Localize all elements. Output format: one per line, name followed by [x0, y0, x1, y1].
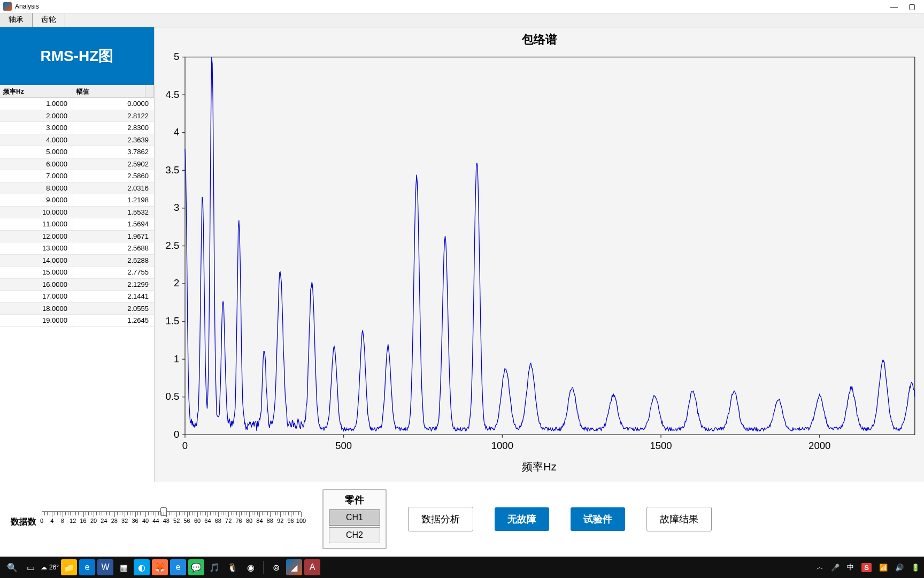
tray-chevron-icon[interactable]: ︿ [817, 562, 823, 572]
wifi-icon[interactable]: 📶 [879, 564, 888, 572]
no-fault-button[interactable]: 无故障 [495, 507, 549, 531]
bottom-controls: 数据数 048121620242832364044485256606468727… [0, 482, 924, 557]
slider-track[interactable]: 0481216202428323640444852566064687276808… [42, 511, 301, 525]
analyze-button[interactable]: 数据分析 [408, 507, 473, 531]
svg-text:2.5: 2.5 [166, 240, 180, 251]
table-row[interactable]: 16.00002.1299 [0, 279, 154, 291]
edge-icon[interactable]: e [79, 559, 95, 575]
app-icon-1[interactable]: ▦ [116, 559, 132, 575]
table-body[interactable]: 1.00000.00002.00002.81223.00002.83004.00… [0, 98, 154, 482]
app-icon-3[interactable]: e [170, 559, 186, 575]
table-row[interactable]: 15.00002.7755 [0, 267, 154, 279]
fault-result-button[interactable]: 故障结果 [646, 507, 712, 531]
slider-label: 数据数 [11, 516, 36, 528]
svg-text:5: 5 [174, 51, 179, 62]
matlab-icon [3, 2, 12, 11]
table-row[interactable]: 17.00002.1441 [0, 291, 154, 303]
tab-gear[interactable]: 齿轮 [33, 13, 65, 27]
svg-text:4.5: 4.5 [166, 88, 180, 100]
word-icon[interactable]: W [97, 559, 113, 575]
table-row[interactable]: 11.00001.5694 [0, 218, 154, 231]
maximize-button[interactable]: ▢ [908, 2, 915, 11]
col-header-amp: 幅值 [73, 85, 145, 97]
table-row[interactable]: 3.00002.8300 [0, 122, 154, 134]
part-box-title: 零件 [329, 493, 380, 506]
table-header: 频率Hz 幅值 [0, 85, 154, 98]
matlab-taskbar-icon[interactable]: ◢ [286, 559, 302, 575]
svg-text:1: 1 [174, 353, 179, 364]
steam-icon[interactable]: ◉ [243, 559, 259, 575]
svg-text:0.5: 0.5 [166, 391, 180, 402]
table-row[interactable]: 5.00003.7862 [0, 146, 154, 158]
svg-text:4: 4 [174, 126, 179, 138]
rms-header: RMS-HZ图 [0, 27, 154, 85]
spectrum-plot: 00.511.522.533.544.550500100015002000 [157, 50, 922, 457]
app-icon-4[interactable]: 🎵 [206, 559, 222, 575]
svg-text:2000: 2000 [808, 440, 830, 451]
taskbar: 🔍 ▭ ☁ 26° 📁 e W ▦ ◐ 🦊 e 💬 🎵 🐧 ◉ ⊚ ◢ A ︿ … [0, 557, 924, 578]
table-row[interactable]: 18.00002.0555 [0, 303, 154, 315]
left-panel: RMS-HZ图 频率Hz 幅值 1.00000.00002.00002.8122… [0, 27, 155, 482]
test-piece-button[interactable]: 试验件 [571, 507, 625, 531]
table-row[interactable]: 14.00002.5288 [0, 255, 154, 267]
x-axis-label: 频率Hz [157, 457, 922, 480]
app-icon-2[interactable]: ◐ [134, 559, 150, 575]
table-row[interactable]: 6.00002.5902 [0, 158, 154, 171]
part-box: 零件 CH1 CH2 [322, 489, 387, 549]
svg-text:1.5: 1.5 [166, 315, 180, 326]
table-row[interactable]: 9.00001.2198 [0, 194, 154, 207]
table-row[interactable]: 2.00002.8122 [0, 110, 154, 123]
part-option-ch2[interactable]: CH2 [329, 527, 380, 543]
svg-text:500: 500 [335, 440, 352, 451]
ime-icon[interactable]: 中 [847, 562, 854, 572]
svg-text:3.5: 3.5 [166, 164, 180, 176]
window-title: Analysis [15, 3, 39, 10]
table-row[interactable]: 12.00001.9671 [0, 231, 154, 243]
col-header-freq: 频率Hz [0, 85, 73, 97]
explorer-icon[interactable]: 📁 [61, 559, 77, 575]
qq-icon[interactable]: 🐧 [225, 559, 241, 575]
tab-strip: 轴承 齿轮 [0, 13, 924, 27]
window-titlebar: Analysis — ▢ [0, 0, 924, 13]
svg-rect-0 [185, 57, 915, 435]
svg-text:0: 0 [174, 429, 179, 440]
chart-area: 包络谱 00.511.522.533.544.55050010001500200… [155, 27, 924, 482]
main-area: RMS-HZ图 频率Hz 幅值 1.00000.00002.00002.8122… [0, 27, 924, 482]
weather-widget[interactable]: ☁ 26° [41, 564, 59, 571]
chart-title: 包络谱 [157, 32, 922, 48]
wechat-icon[interactable]: 💬 [188, 559, 204, 575]
mic-icon[interactable]: 🎤 [831, 564, 840, 572]
svg-text:1000: 1000 [491, 440, 513, 451]
svg-text:3: 3 [174, 202, 179, 213]
task-view-icon[interactable]: ▭ [22, 559, 38, 575]
svg-text:0: 0 [182, 440, 188, 451]
sogou-icon[interactable]: S [861, 563, 872, 572]
part-option-ch1[interactable]: CH1 [329, 509, 380, 526]
start-icon[interactable]: 🔍 [4, 559, 20, 575]
firefox-icon[interactable]: 🦊 [152, 559, 168, 575]
minimize-button[interactable]: — [890, 2, 898, 11]
obs-icon[interactable]: ⊚ [268, 559, 284, 575]
volume-icon[interactable]: 🔊 [895, 564, 904, 572]
access-icon[interactable]: A [304, 559, 320, 575]
slider-block: 数据数 048121620242832364044485256606468727… [11, 511, 301, 528]
battery-icon[interactable]: 🔋 [911, 564, 920, 572]
table-row[interactable]: 13.00002.5688 [0, 242, 154, 255]
tab-bearing[interactable]: 轴承 [0, 13, 33, 27]
svg-text:2: 2 [174, 277, 179, 288]
table-row[interactable]: 1.00000.0000 [0, 98, 154, 110]
table-row[interactable]: 8.00002.0316 [0, 182, 154, 195]
table-row[interactable]: 10.00001.5532 [0, 207, 154, 219]
table-row[interactable]: 19.00001.2645 [0, 315, 154, 327]
table-row[interactable]: 4.00002.3639 [0, 134, 154, 147]
svg-text:1500: 1500 [650, 440, 672, 451]
table-row[interactable]: 7.00002.5860 [0, 170, 154, 182]
